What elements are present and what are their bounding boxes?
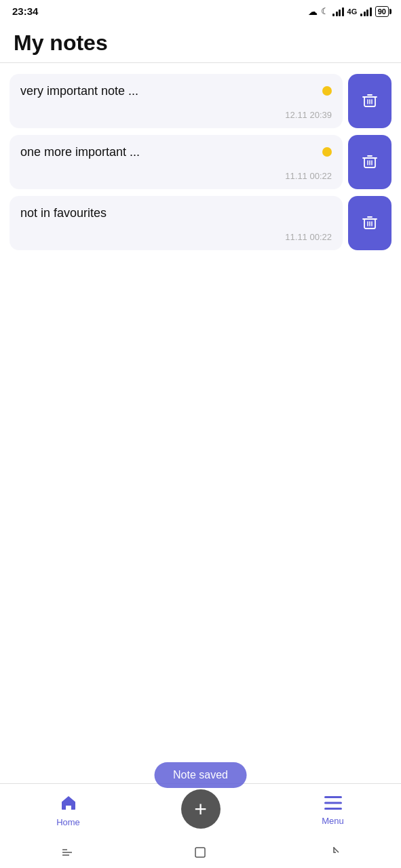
delete-note-button[interactable]	[348, 196, 392, 250]
page-title: My notes	[14, 31, 387, 56]
svg-rect-20	[324, 808, 342, 810]
note-timestamp: 11.11 00:22	[20, 171, 332, 181]
add-note-button[interactable]	[181, 789, 221, 829]
system-nav-home[interactable]	[183, 840, 218, 865]
cloud-icon: ☁	[308, 6, 318, 17]
favorite-dot	[322, 147, 332, 157]
status-time: 23:34	[12, 5, 38, 17]
system-nav-back[interactable]	[49, 840, 85, 865]
moon-icon: ☾	[321, 6, 329, 16]
nav-menu[interactable]: Menu	[309, 795, 357, 826]
note-row: very important note ...12.11 20:39	[9, 74, 392, 128]
svg-rect-18	[324, 796, 342, 798]
battery-level: 90	[378, 7, 386, 16]
trash-icon	[361, 92, 379, 111]
system-nav-recents[interactable]	[316, 840, 352, 865]
status-bar: 23:34 ☁ ☾ 4G 90	[0, 0, 401, 22]
note-title: one more important ...	[20, 144, 322, 160]
note-card[interactable]: very important note ...12.11 20:39	[9, 74, 343, 128]
delete-note-button[interactable]	[348, 135, 392, 189]
note-title: very important note ...	[20, 83, 322, 99]
delete-note-button[interactable]	[348, 74, 392, 128]
trash-icon	[361, 214, 379, 233]
page-header: My notes	[0, 22, 401, 63]
note-title: not in favourites	[20, 205, 332, 221]
note-timestamp: 12.11 20:39	[20, 110, 332, 120]
svg-rect-24	[195, 848, 205, 857]
note-card[interactable]: not in favourites11.11 00:22	[9, 196, 343, 250]
notes-list: very important note ...12.11 20:39 one m…	[0, 63, 401, 268]
system-nav	[0, 837, 401, 868]
signal-bars	[332, 7, 344, 16]
note-row: not in favourites11.11 00:22	[9, 196, 392, 250]
favorite-dot	[322, 86, 332, 96]
note-row: one more important ...11.11 00:22	[9, 135, 392, 189]
trash-icon	[361, 153, 379, 172]
signal-bars-2	[360, 7, 372, 16]
note-timestamp: 11.11 00:22	[20, 232, 332, 242]
bottom-nav: Home Menu	[0, 783, 401, 835]
4g-icon: 4G	[347, 7, 358, 16]
nav-home[interactable]: Home	[45, 794, 92, 827]
battery-icon: 90	[375, 6, 389, 17]
menu-label: Menu	[322, 816, 344, 826]
svg-rect-19	[324, 802, 342, 804]
toast-notification: Note saved	[154, 762, 247, 788]
menu-icon	[324, 795, 343, 814]
note-card[interactable]: one more important ...11.11 00:22	[9, 135, 343, 189]
status-icons: ☁ ☾ 4G 90	[308, 6, 389, 17]
home-icon	[60, 794, 77, 816]
home-label: Home	[56, 817, 80, 827]
